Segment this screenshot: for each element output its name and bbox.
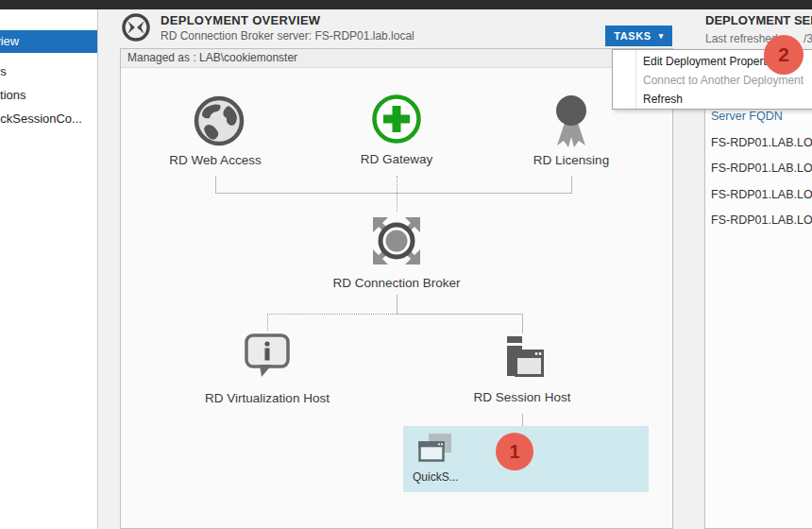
connector-line-dotted: [397, 194, 398, 212]
rd-session-host-icon[interactable]: [498, 334, 547, 384]
connector-line: [571, 176, 572, 193]
tasks-button-label: TASKS: [614, 30, 651, 42]
session-collection-icon: [416, 433, 454, 467]
server-row[interactable]: FS-RDP01.LAB.LOCAL: [711, 213, 812, 227]
connector-line: [215, 193, 572, 194]
sidebar-item-label: QuickSessionCo...: [0, 108, 82, 130]
sidebar-item-label: Overview: [0, 30, 19, 53]
page-title: DEPLOYMENT OVERVIEW: [161, 13, 320, 27]
sidebar-item-collections[interactable]: Collections: [0, 84, 97, 107]
server-row[interactable]: FS-RDP01.LAB.LOCAL: [711, 162, 812, 175]
managed-as-bar: Managed as : LAB\cookiemonster: [121, 49, 672, 68]
connector-line: [397, 295, 398, 314]
quick-session-collection-label: QuickS...: [413, 470, 459, 484]
chevron-down-icon: ▾: [659, 31, 664, 41]
sidebar-item-label: Servers: [0, 60, 7, 83]
rd-virtualization-host-icon[interactable]: [242, 333, 293, 380]
sidebar-item-servers[interactable]: Servers: [0, 60, 97, 83]
server-row[interactable]: FS-RDP01.LAB.LOCAL: [711, 136, 812, 149]
menu-item-refresh[interactable]: Refresh: [613, 90, 812, 109]
rd-connection-broker-label: RD Connection Broker: [332, 276, 460, 290]
connector-line: [215, 176, 216, 193]
rd-web-access-icon[interactable]: [193, 94, 245, 147]
connector-line-dotted: [397, 176, 398, 193]
rd-connection-broker-icon[interactable]: [369, 213, 424, 268]
rd-gateway-add-icon[interactable]: [370, 93, 423, 145]
connector-line-dotted: [267, 315, 268, 331]
rd-web-access-label: RD Web Access: [169, 153, 261, 167]
sidebar-item-label: Collections: [0, 84, 26, 107]
broker-server-subtitle: RD Connection Broker server: FS-RDP01.la…: [161, 29, 414, 43]
deployment-overview-icon: [121, 12, 151, 43]
server-row[interactable]: FS-RDP01.LAB.LOCAL: [711, 188, 812, 201]
tasks-button[interactable]: TASKS ▾: [605, 26, 672, 46]
connector-line: [522, 315, 523, 333]
sidebar-item-overview[interactable]: Overview: [0, 30, 97, 53]
rd-licensing-label: RD Licensing: [533, 153, 609, 167]
last-refreshed-text-tail: /3: [804, 32, 812, 45]
rds-nav-sidebar: Overview Servers Collections QuickSessio…: [0, 9, 98, 529]
rd-gateway-label: RD Gateway: [361, 152, 433, 166]
column-header-server-fqdn[interactable]: Server FQDN: [711, 110, 783, 123]
deployment-servers-title: DEPLOYMENT SERVERS: [705, 13, 812, 27]
annotation-badge-1: 1: [496, 433, 533, 470]
window-top-strip: [0, 0, 812, 9]
annotation-badge-2: 2: [764, 35, 804, 75]
rd-session-host-label: RD Session Host: [474, 390, 571, 404]
rd-licensing-icon[interactable]: [546, 93, 597, 153]
connector-line-dotted: [267, 314, 397, 315]
connector-line: [522, 414, 523, 426]
connector-line: [397, 314, 523, 315]
rd-virtualization-host-label: RD Virtualization Host: [205, 391, 330, 405]
sidebar-item-quicksessioncollection[interactable]: QuickSessionCo...: [0, 108, 97, 130]
